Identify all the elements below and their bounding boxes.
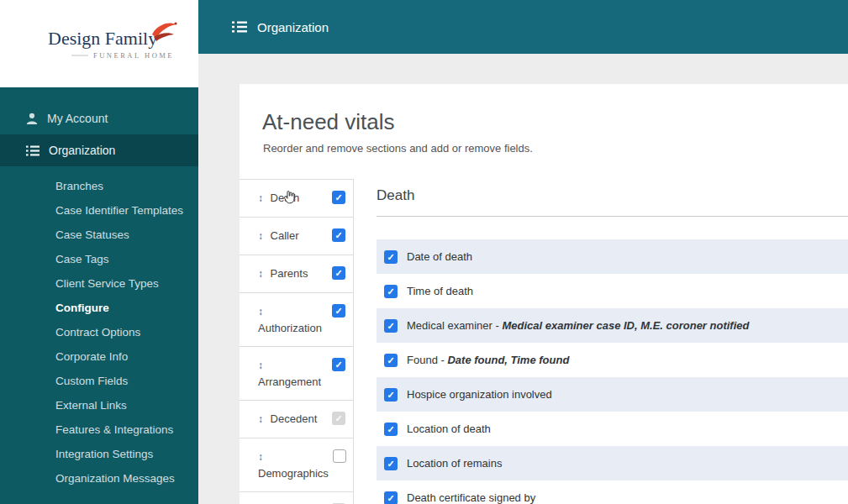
list-icon bbox=[26, 145, 40, 156]
page-title: At-need vitals bbox=[262, 109, 848, 135]
sidebar-item-corporate-info[interactable]: Corporate Info bbox=[0, 344, 198, 369]
sidebar-item-label: My Account bbox=[47, 112, 108, 125]
drag-handle-icon[interactable]: ↕ bbox=[258, 413, 263, 425]
sidebar-item-case-identifier-templates[interactable]: Case Identifier Templates bbox=[0, 198, 198, 223]
section-label: ↕ Authorization bbox=[258, 303, 332, 336]
drag-handle-icon[interactable]: ↕ bbox=[258, 451, 263, 463]
topbar: Organization bbox=[198, 0, 848, 54]
main-area: At-need vitals Reorder and remove sectio… bbox=[198, 54, 848, 504]
logo-title: Design Family bbox=[48, 28, 157, 49]
fields-panel: Death ✓Date of death✓Time of death✓Medic… bbox=[377, 179, 848, 504]
field-row[interactable]: ✓Location of remains bbox=[377, 446, 848, 480]
field-detail: Medical examiner case ID, M.E. coroner n… bbox=[502, 319, 749, 332]
field-checkbox[interactable]: ✓ bbox=[384, 354, 398, 367]
section-checkbox[interactable]: ✓ bbox=[332, 228, 345, 242]
section-row[interactable]: ↕ Authorization✓ bbox=[240, 293, 353, 347]
field-label: Death certificate signed by bbox=[407, 491, 535, 504]
field-checkbox[interactable]: ✓ bbox=[384, 319, 398, 333]
field-checkbox[interactable]: ✓ bbox=[384, 250, 398, 264]
section-checkbox: ✓ bbox=[332, 412, 345, 425]
drag-handle-icon[interactable]: ↕ bbox=[258, 192, 263, 204]
section-row[interactable]: ↕ Decedent✓ bbox=[240, 401, 353, 438]
field-label: Location of death bbox=[407, 423, 491, 436]
sidebar-subitems: BranchesCase Identifier TemplatesCase St… bbox=[0, 174, 198, 491]
field-list: ✓Date of death✓Time of death✓Medical exa… bbox=[377, 239, 848, 504]
field-row[interactable]: ✓Medical examiner - Medical examiner cas… bbox=[377, 308, 848, 343]
field-label: Location of remains bbox=[407, 457, 502, 470]
section-label: ↕ Death bbox=[258, 190, 332, 207]
field-label: Hospice organization involved bbox=[407, 388, 552, 402]
field-checkbox[interactable]: ✓ bbox=[384, 423, 398, 436]
field-label: Medical examiner - Medical examiner case… bbox=[407, 319, 749, 333]
section-row[interactable]: ↕ Caller✓ bbox=[240, 218, 353, 255]
field-row[interactable]: ✓Death certificate signed by bbox=[377, 480, 848, 504]
section-row[interactable]: ↕ Custom Fields✓ bbox=[240, 492, 353, 504]
section-label: ↕ Caller bbox=[258, 228, 332, 244]
fields-header: Death bbox=[377, 187, 848, 217]
page-subtitle: Reorder and remove sections and add or r… bbox=[263, 142, 848, 155]
sidebar-item-case-statuses[interactable]: Case Statuses bbox=[0, 223, 198, 247]
sidebar-item-integration-settings[interactable]: Integration Settings bbox=[0, 442, 198, 466]
field-label: Time of death bbox=[407, 285, 473, 298]
drag-handle-icon[interactable]: ↕ bbox=[258, 230, 263, 242]
field-checkbox[interactable]: ✓ bbox=[384, 491, 398, 504]
topbar-title: Organization bbox=[257, 20, 329, 34]
field-label: Found - Date found, Time found bbox=[407, 354, 569, 367]
sidebar-item-configure[interactable]: Configure bbox=[0, 296, 198, 320]
sidebar-item-my-account[interactable]: My Account bbox=[0, 102, 198, 134]
section-checkbox[interactable]: ✓ bbox=[332, 266, 345, 280]
sidebar-item-label: Organization bbox=[49, 144, 115, 157]
drag-handle-icon[interactable]: ↕ bbox=[258, 268, 263, 280]
field-row[interactable]: ✓Found - Date found, Time found bbox=[377, 343, 848, 377]
field-row[interactable]: ✓Time of death bbox=[377, 274, 848, 308]
logo-image: Design Family FUNERAL HOME bbox=[19, 14, 179, 73]
sidebar-item-organization[interactable]: Organization bbox=[0, 134, 198, 166]
field-checkbox[interactable]: ✓ bbox=[384, 457, 398, 470]
section-row[interactable]: ↕ Demographics bbox=[240, 438, 353, 492]
section-checkbox[interactable]: ✓ bbox=[332, 191, 345, 204]
field-checkbox[interactable]: ✓ bbox=[384, 285, 398, 298]
drag-handle-icon[interactable]: ↕ bbox=[258, 360, 263, 371]
section-checkbox[interactable] bbox=[333, 449, 346, 463]
sidebar: Design Family FUNERAL HOME My Account Or… bbox=[0, 0, 198, 504]
section-row[interactable]: ↕ Death✓ bbox=[240, 180, 353, 218]
section-label: ↕ Decedent bbox=[258, 411, 332, 428]
sidebar-item-features-integrations[interactable]: Features & Integrations bbox=[0, 417, 198, 442]
content-card: At-need vitals Reorder and remove sectio… bbox=[240, 84, 848, 504]
field-row[interactable]: ✓Date of death bbox=[377, 239, 848, 274]
sidebar-nav: My Account Organization BranchesCase Ide… bbox=[0, 102, 198, 491]
sidebar-item-organization-messages[interactable]: Organization Messages bbox=[0, 466, 198, 491]
section-checkbox[interactable]: ✓ bbox=[332, 358, 345, 371]
field-row[interactable]: ✓Hospice organization involved bbox=[377, 377, 848, 412]
logo-subtitle: FUNERAL HOME bbox=[93, 51, 174, 60]
logo: Design Family FUNERAL HOME bbox=[0, 0, 198, 87]
section-list: ↕ Death✓↕ Caller✓↕ Parents✓↕ Authorizati… bbox=[240, 179, 354, 504]
section-checkbox[interactable]: ✓ bbox=[332, 304, 345, 318]
field-row[interactable]: ✓Location of death bbox=[377, 412, 848, 446]
section-label: ↕ Demographics bbox=[258, 449, 333, 481]
sidebar-item-case-tags[interactable]: Case Tags bbox=[0, 247, 198, 271]
section-label: ↕ Parents bbox=[258, 265, 332, 282]
sidebar-item-contract-options[interactable]: Contract Options bbox=[0, 320, 198, 344]
field-label: Date of death bbox=[407, 250, 472, 264]
section-row[interactable]: ↕ Parents✓ bbox=[240, 255, 353, 293]
user-icon bbox=[26, 113, 38, 124]
section-row[interactable]: ↕ Arrangement✓ bbox=[240, 347, 353, 401]
drag-handle-icon[interactable]: ↕ bbox=[258, 306, 263, 318]
section-label: ↕ Arrangement bbox=[258, 357, 332, 390]
sidebar-item-branches[interactable]: Branches bbox=[0, 174, 198, 198]
field-checkbox[interactable]: ✓ bbox=[384, 388, 398, 402]
sidebar-item-custom-fields[interactable]: Custom Fields bbox=[0, 369, 198, 393]
sidebar-item-client-service-types[interactable]: Client Service Types bbox=[0, 271, 198, 296]
field-detail: Date found, Time found bbox=[447, 354, 569, 366]
list-icon[interactable] bbox=[232, 21, 247, 33]
sidebar-item-external-links[interactable]: External Links bbox=[0, 393, 198, 417]
